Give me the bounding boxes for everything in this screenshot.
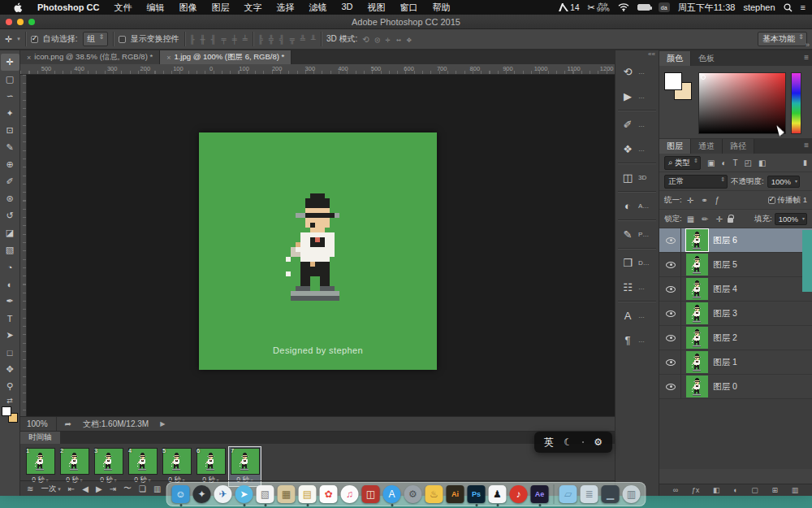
3d-mode-icon[interactable]: ◎ [375, 35, 380, 44]
fill-value[interactable]: 100% [775, 213, 807, 225]
notification-center-icon[interactable]: ≡ [801, 2, 806, 12]
dock-itunes[interactable]: ♫ [341, 485, 359, 503]
canvas-area[interactable]: Designed by stephen [27, 75, 615, 416]
dock-preview-app[interactable]: ▧ [257, 485, 274, 503]
blur-tool[interactable]: ◔ [1, 258, 19, 276]
tab-swatches[interactable]: 色板 [691, 51, 722, 66]
character-panel-button[interactable]: A… [615, 303, 659, 328]
wifi-icon[interactable] [618, 3, 629, 11]
layer-filter-icon[interactable]: ▣ [706, 158, 716, 167]
tab-layers[interactable]: 图层 [659, 139, 691, 154]
expand-panels-icon[interactable]: «« [648, 50, 655, 58]
adjustments-panel-button[interactable]: ◐A… [615, 193, 659, 218]
menu-item-10[interactable]: 帮助 [425, 2, 457, 14]
horizontal-ruler[interactable]: 5004003002001000100200300400500600700800… [20, 64, 615, 75]
auto-select-dropdown[interactable]: 组 [83, 32, 108, 46]
lasso-tool[interactable]: ∽ [1, 88, 19, 105]
distribute-icon[interactable]: ╦ [290, 35, 295, 44]
dock-folder-stack[interactable]: ≣ [581, 485, 598, 503]
artboard[interactable]: Designed by stephen [199, 132, 437, 370]
show-transform-checkbox[interactable] [119, 36, 126, 43]
layer-thumbnail[interactable] [686, 351, 708, 373]
unify-icon[interactable]: ✛ [685, 196, 695, 205]
layer-row[interactable]: 图层 2 [659, 326, 812, 350]
input-language-toggle[interactable]: 英 [544, 436, 554, 449]
foreground-color-swatch[interactable] [2, 406, 11, 416]
paragraph-panel-button[interactable]: ¶… [615, 328, 659, 352]
new-layer-icon[interactable]: ⊞ [772, 486, 779, 494]
menu-item-5[interactable]: 选择 [269, 2, 301, 14]
window-titlebar[interactable]: Adobe Photoshop CC 2015 [0, 15, 812, 29]
dock-system-preferences[interactable]: ⚙ [404, 485, 422, 503]
lock-all-icon[interactable] [728, 218, 733, 223]
dock-photos[interactable]: ✿ [320, 485, 338, 503]
menubar-clock[interactable]: 周五下午11:38 [678, 2, 736, 14]
workspace-dropdown[interactable]: 基本功能 [758, 32, 807, 46]
delete-frame-icon[interactable]: ▥ [153, 484, 161, 493]
apple-menu[interactable] [6, 2, 30, 13]
swap-colors-icon[interactable]: ⇄ [6, 397, 13, 405]
menu-item-6[interactable]: 滤镜 [301, 2, 334, 14]
properties-panel-button[interactable]: ✎P… [615, 222, 659, 246]
panel-menu-icon[interactable]: ≡ [804, 53, 809, 62]
align-icon[interactable]: ╢ [211, 35, 216, 44]
dock-notes[interactable]: ▤ [299, 485, 317, 503]
menu-item-1[interactable]: 编辑 [139, 2, 171, 14]
next-frame-icon[interactable]: ⇥ [110, 484, 116, 493]
timeline-tab[interactable]: 时间轴 [20, 432, 60, 444]
previous-frame-icon[interactable]: ◀ [82, 484, 89, 493]
saturation-brightness-box[interactable] [698, 72, 786, 134]
foreground-color-swatch[interactable] [664, 72, 682, 90]
layer-thumbnail[interactable] [686, 229, 708, 251]
document-tab-icon-png[interactable]: ×icon.png @ 38.5% (信息, RGB/8) * [20, 50, 160, 64]
crop-tool[interactable]: ⊡ [1, 122, 19, 139]
distribute-icon[interactable]: ╠ [258, 35, 263, 44]
dock-trash[interactable]: ▥ [623, 485, 641, 503]
gear-icon[interactable]: ⚙ [594, 436, 603, 448]
dock-safari[interactable]: ✈ [214, 485, 232, 503]
visibility-eye-icon[interactable] [666, 359, 676, 366]
blend-mode-dropdown[interactable]: 正常 [664, 175, 728, 189]
brush-tool[interactable]: ✐ [1, 173, 19, 190]
visibility-eye-icon[interactable] [666, 262, 676, 268]
auto-select-checkbox[interactable] [31, 36, 38, 43]
menubar-app-name[interactable]: Photoshop CC [30, 2, 106, 12]
dock-folder-blue[interactable]: ▱ [559, 485, 577, 503]
lock-icon[interactable]: ▦ [685, 215, 696, 224]
layer-row[interactable]: 图层 4 [659, 277, 812, 302]
3d-mode-icon[interactable]: ✥ [407, 35, 412, 44]
dock-checkered-app[interactable]: ▦ [278, 485, 296, 503]
lock-icon[interactable]: ✛ [714, 215, 723, 224]
distribute-icon[interactable]: ╩ [300, 35, 305, 44]
info-panel-button[interactable]: ☷… [615, 275, 659, 299]
marquee-tool[interactable]: ▢ [1, 71, 19, 88]
healing-brush-tool[interactable]: ⊕ [1, 156, 19, 173]
visibility-eye-icon[interactable] [666, 237, 676, 244]
pen-tool[interactable]: ✒ [1, 293, 19, 310]
unify-icon[interactable]: ⚭ [699, 196, 709, 205]
color-panel-swatches[interactable] [664, 72, 693, 102]
align-icon[interactable]: ╫ [201, 35, 205, 44]
memory-status-item[interactable]: ✂ 内存99% [587, 2, 609, 13]
dock-launchpad[interactable]: ✦ [193, 485, 211, 503]
tool-preset-caret-icon[interactable]: ▾ [17, 36, 20, 42]
menu-item-8[interactable]: 视图 [360, 2, 392, 14]
type-tool[interactable]: T [1, 310, 19, 327]
eyedropper-tool[interactable]: ✎ [1, 139, 19, 156]
history-brush-tool[interactable]: ↺ [1, 207, 19, 224]
close-tab-icon[interactable]: × [27, 54, 31, 62]
collapse-panels-icon[interactable]: » [806, 41, 810, 49]
play-icon[interactable]: ▶ [96, 484, 102, 493]
layer-thumbnail[interactable] [686, 302, 708, 324]
moon-icon[interactable]: ☾ [564, 436, 572, 448]
menubar-user[interactable]: stephen [743, 2, 775, 12]
actions-panel-button[interactable]: ▶… [615, 84, 659, 108]
3d-mode-icon[interactable]: ⟲ [362, 35, 369, 44]
document-tab-1-jpg[interactable]: ×1.jpg @ 100% (图层 6, RGB/8) * [160, 50, 292, 64]
align-icon[interactable]: ╤ [222, 35, 227, 44]
share-icon[interactable]: ➦ [65, 419, 71, 428]
dock-illustrator[interactable]: Ai [447, 485, 464, 503]
convert-to-video-icon[interactable]: ≋ [27, 484, 33, 493]
dock-yellow-app[interactable]: ♨ [425, 485, 443, 503]
foreground-background-swatches[interactable] [2, 406, 18, 423]
